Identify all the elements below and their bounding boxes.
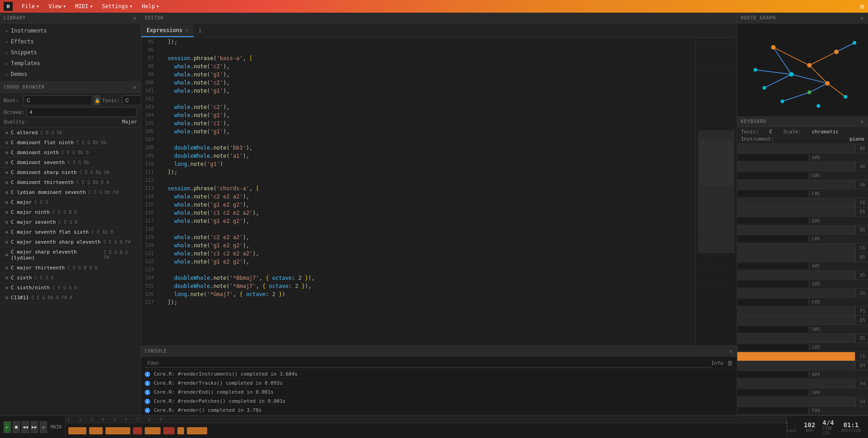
piano-key-bar — [737, 408, 809, 414]
piano-key[interactable]: G#4 — [737, 388, 868, 397]
sidebar-item-snippets[interactable]: ▸ Snippets — [0, 47, 141, 58]
piano-key[interactable]: D6 — [737, 226, 868, 235]
route-graph-close-button[interactable]: × — [860, 14, 864, 22]
library-panel: LIBRARY × ▸ Instruments ▸ Effects ▸ Snip… — [0, 13, 141, 415]
chord-browser-close-button[interactable]: × — [133, 84, 137, 91]
chord-list-item[interactable]: C dominant seventh C E G Bb — [0, 158, 141, 168]
sidebar-item-templates[interactable]: ▸ Templates — [0, 58, 141, 69]
chord-dot — [5, 254, 8, 256]
piano-key[interactable]: A6 — [737, 162, 868, 171]
lock-button[interactable]: 🔒 — [94, 95, 100, 105]
sidebar-item-demos[interactable]: ▸ Demos — [0, 69, 141, 80]
piano-key[interactable]: F#5 — [737, 298, 868, 307]
console-entry-text: Core.R: #renderTracks() completed in 0.0… — [154, 380, 283, 386]
github-icon[interactable]: ⊙ — [860, 2, 864, 11]
chord-list-item[interactable]: C dominant ninth C E G Bb D — [0, 148, 141, 158]
piano-key[interactable]: E5 — [737, 316, 868, 325]
piano-key[interactable]: D#5 — [737, 325, 868, 334]
piano-key[interactable]: G6 — [737, 180, 868, 189]
root-input[interactable] — [24, 95, 92, 105]
code-line: 96 — [141, 46, 695, 54]
sidebar-item-effects[interactable]: ▸ Effects — [0, 36, 141, 47]
scale-value: chromatic — [812, 129, 839, 135]
chord-list-item[interactable]: C major sharp eleventh (lydian) C E G B … — [0, 247, 141, 263]
piano-key[interactable]: D5 — [737, 334, 868, 343]
tab-expressions[interactable]: Expressions × — [141, 24, 194, 37]
piano-key[interactable]: C#6 — [737, 235, 868, 244]
piano-key[interactable]: F#6 — [737, 189, 868, 198]
quality-label: Quality: — [4, 119, 28, 125]
position-display: 01:1 POSITION — [841, 421, 861, 433]
chord-list-item[interactable]: C major C E G — [0, 198, 141, 207]
console-entry-text: Core.R: #renderPatches() completed in 0.… — [154, 398, 285, 404]
svg-point-21 — [807, 90, 811, 94]
piano-key[interactable]: A#6 — [737, 153, 868, 162]
tab-info[interactable]: ℹ — [194, 25, 207, 37]
console-clear-button[interactable]: 🗑 — [727, 359, 733, 367]
tonic-label: Tonic: — [741, 129, 766, 135]
chord-list-item[interactable]: C major ninth C E G B D — [0, 207, 141, 217]
piano-key[interactable]: D#6 — [737, 217, 868, 226]
code-line: 114 whole.note('c2 e2 a2'), — [141, 193, 695, 201]
chord-list-item[interactable]: C dominant flat ninth C E G Bb Db — [0, 138, 141, 148]
piano-key[interactable]: C5 — [737, 352, 868, 361]
piano-key[interactable]: B4 — [737, 361, 868, 370]
piano-key[interactable]: B5 — [737, 253, 868, 262]
piano-key-bar — [737, 191, 809, 197]
chord-list-item[interactable]: C major seventh flat sixth C E Ab B — [0, 227, 141, 237]
menu-settings[interactable]: Settings ▾ — [98, 2, 136, 10]
keyboard-instrument-row: Instrument: piano — [741, 136, 864, 142]
chord-list-item[interactable]: C major seventh sharp eleventh C E G B F… — [0, 237, 141, 247]
menu-file[interactable]: File ▾ — [18, 2, 43, 10]
console-close-button[interactable]: × — [729, 348, 733, 355]
time-sig-display: 4/4 TIME SIG — [822, 419, 834, 435]
piano-key[interactable]: G4 — [737, 397, 868, 406]
tab-close-button[interactable]: × — [185, 27, 188, 33]
sidebar-item-instruments[interactable]: ▸ Instruments — [0, 25, 141, 36]
piano-key[interactable]: G#5 — [737, 280, 868, 289]
piano-key[interactable]: C#5 — [737, 343, 868, 352]
chord-list-item[interactable]: C lydian dominant seventh C E G Bb F# — [0, 188, 141, 198]
chord-list-item[interactable]: C dominant sharp ninth C E G Bb D# — [0, 168, 141, 178]
library-close-button[interactable]: × — [133, 14, 137, 22]
transport-timeline[interactable] — [66, 423, 787, 438]
menu-view[interactable]: View ▾ — [45, 2, 70, 10]
piano-key[interactable]: B6 — [737, 144, 868, 153]
piano-key[interactable]: F#4 — [737, 406, 868, 415]
piano-key[interactable]: F5 — [737, 307, 868, 316]
svg-point-12 — [807, 63, 811, 68]
code-line: 110 long.note('g1') — [141, 160, 695, 168]
piano-key[interactable]: F6 — [737, 198, 868, 207]
forward-button[interactable]: ▶▶ — [31, 421, 38, 433]
piano-key[interactable]: A#5 — [737, 262, 868, 271]
chord-name: C major seventh flat sixth — [11, 229, 89, 235]
chord-list-item[interactable]: C major thirteenth C E G B D A — [0, 263, 141, 273]
stop-button[interactable]: ■ — [13, 421, 20, 433]
piano-key[interactable]: C6 — [737, 244, 868, 253]
chord-list-item[interactable]: C major seventh C E G B — [0, 217, 141, 227]
piano-key[interactable]: E6 — [737, 207, 868, 217]
piano-key[interactable]: G#6 — [737, 171, 868, 180]
keyboard-close-button[interactable]: × — [860, 118, 864, 125]
piano-key[interactable]: A5 — [737, 271, 868, 280]
code-editor[interactable]: 95 ]);9697 session.phrase('bass-a', [98 … — [141, 38, 695, 345]
rewind-button[interactable]: ◀◀ — [22, 421, 29, 433]
chord-list-item[interactable]: C13#11 C E G Bb D F# A — [0, 293, 141, 303]
piano-key[interactable]: G5 — [737, 289, 868, 298]
console-filter-input[interactable] — [145, 358, 711, 367]
menu-help[interactable]: Help ▾ — [138, 2, 163, 10]
loop-button[interactable]: ↺ — [40, 421, 47, 433]
transport-timeline-area[interactable]: 1 2 3 4 5 6 7 8 9 — [66, 416, 787, 438]
piano-key[interactable]: A#4 — [737, 370, 868, 379]
chord-list-item[interactable]: C sixth/ninth C E G A D — [0, 283, 141, 293]
chord-list-item[interactable]: C dominant thirteenth C E G Bb D A — [0, 178, 141, 188]
play-button[interactable]: ▶ — [4, 421, 11, 433]
tonic-input[interactable] — [122, 95, 141, 105]
chord-list-item[interactable]: C sixth C E G A — [0, 273, 141, 283]
chord-notes: C E G Bb D — [62, 150, 89, 155]
chord-notes: C E G Bb D F# A — [32, 295, 72, 300]
piano-key[interactable]: A4 — [737, 379, 868, 388]
octave-input[interactable] — [26, 107, 137, 117]
menu-midi[interactable]: MIDI ▾ — [71, 2, 96, 10]
chord-list-item[interactable]: C altered C E G Db — [0, 128, 141, 138]
